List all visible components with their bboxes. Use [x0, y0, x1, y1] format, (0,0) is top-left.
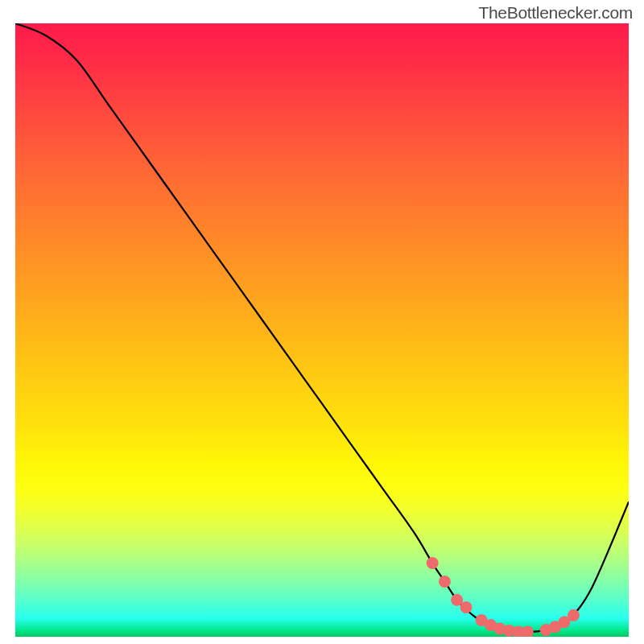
curve-marker — [568, 609, 580, 621]
curve-marker — [439, 576, 451, 588]
curve-marker — [427, 557, 439, 569]
curve-svg — [15, 23, 629, 637]
curve-marker — [460, 601, 473, 613]
curve-markers — [427, 557, 580, 637]
curve-marker — [522, 625, 534, 637]
watermark-text: TheBottlenecker.com — [478, 3, 633, 23]
chart-area — [15, 23, 629, 637]
bottleneck-curve — [15, 23, 629, 632]
